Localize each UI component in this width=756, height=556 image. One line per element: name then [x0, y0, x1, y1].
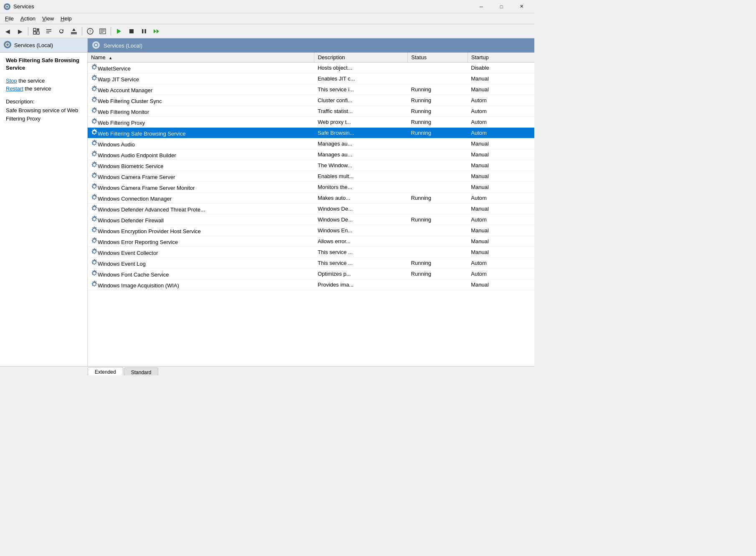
- services-list: Name ▲ Description Status Startup Wallet…: [88, 53, 534, 290]
- service-startup-cell: Manual: [468, 225, 534, 236]
- table-row[interactable]: Web Filtering Cluster SyncCluster confi.…: [88, 95, 534, 106]
- left-panel-icon: [3, 40, 12, 50]
- service-name-cell: Web Filtering Monitor: [88, 106, 314, 117]
- table-row[interactable]: Windows Event LogThis service ...Running…: [88, 258, 534, 269]
- col-header-name[interactable]: Name ▲: [88, 53, 314, 63]
- maximize-button[interactable]: □: [492, 0, 511, 13]
- table-row[interactable]: Warp JIT ServiceEnables JIT c...Manual: [88, 73, 534, 84]
- service-description-cell: This service ...: [314, 247, 408, 258]
- svg-rect-21: [142, 29, 144, 33]
- restart-link[interactable]: Restart: [6, 86, 23, 92]
- service-description-cell: Optimizes p...: [314, 269, 408, 279]
- svg-text:?: ?: [89, 29, 91, 34]
- table-row[interactable]: Windows Error Reporting ServiceAllows er…: [88, 236, 534, 247]
- console-view-button[interactable]: [97, 26, 109, 37]
- table-row[interactable]: Windows AudioManages au...Manual: [88, 138, 534, 149]
- service-description-cell: Enables mult...: [314, 171, 408, 182]
- service-name: Windows Connection Manager: [98, 196, 172, 202]
- table-row[interactable]: Windows Defender Advanced Threat Prote..…: [88, 204, 534, 214]
- table-row[interactable]: Windows Image Acquisition (WIA)Provides …: [88, 279, 534, 290]
- service-description-cell: Windows De...: [314, 214, 408, 225]
- table-row[interactable]: Windows Font Cache ServiceOptimizes p...…: [88, 269, 534, 279]
- start-service-button[interactable]: [113, 26, 125, 37]
- menu-view[interactable]: View: [39, 14, 57, 23]
- service-description-cell: Provides ima...: [314, 279, 408, 290]
- menu-action[interactable]: Action: [17, 14, 39, 23]
- service-name: Windows Camera Frame Server: [98, 174, 175, 180]
- table-row[interactable]: Windows Camera Frame ServerEnables mult.…: [88, 171, 534, 182]
- show-scope-button[interactable]: [30, 26, 42, 37]
- tabs-bar: Extended Standard: [0, 366, 534, 375]
- table-row[interactable]: Web Account ManagerThis service i...Runn…: [88, 84, 534, 95]
- properties-button[interactable]: [43, 26, 55, 37]
- col-header-startup[interactable]: Startup: [468, 53, 534, 63]
- service-status-cell: [408, 204, 468, 214]
- refresh-button[interactable]: [56, 26, 67, 37]
- table-row[interactable]: Web Filtering MonitorTraffic statist...R…: [88, 106, 534, 117]
- svg-point-2: [6, 5, 8, 8]
- service-startup-cell: Manual: [468, 279, 534, 290]
- service-startup-cell: Autom: [468, 95, 534, 106]
- service-startup-cell: Manual: [468, 204, 534, 214]
- table-row[interactable]: Windows Biometric ServiceThe Window...Ma…: [88, 160, 534, 171]
- service-status-cell: Running: [408, 95, 468, 106]
- window-title: Services: [13, 3, 472, 10]
- col-header-description[interactable]: Description: [314, 53, 408, 63]
- toolbar-sep-3: [111, 27, 111, 35]
- forward-button[interactable]: ▶: [14, 26, 26, 37]
- service-description-cell: Enables JIT c...: [314, 73, 408, 84]
- table-row[interactable]: Web Filtering ProxyWeb proxy t...Running…: [88, 117, 534, 128]
- export-button[interactable]: [68, 26, 80, 37]
- service-startup-cell: Autom: [468, 117, 534, 128]
- service-startup-cell: Manual: [468, 171, 534, 182]
- service-status-cell: [408, 63, 468, 73]
- tab-standard[interactable]: Standard: [124, 367, 159, 375]
- service-name: Windows Event Collector: [98, 250, 158, 256]
- service-name-cell: Windows Camera Frame Server Monitor: [88, 182, 314, 193]
- sort-arrow-name: ▲: [109, 56, 112, 60]
- table-row[interactable]: Windows Audio Endpoint BuilderManages au…: [88, 149, 534, 160]
- menu-file[interactable]: File: [2, 14, 17, 23]
- stop-service-button[interactable]: [126, 26, 137, 37]
- table-row[interactable]: Windows Connection ManagerMakes auto...R…: [88, 193, 534, 204]
- menu-help[interactable]: Help: [57, 14, 75, 23]
- table-row[interactable]: Windows Event CollectorThis service ...M…: [88, 247, 534, 258]
- service-status-cell: Running: [408, 258, 468, 269]
- service-description-cell: This service ...: [314, 258, 408, 269]
- resume-service-button[interactable]: [151, 26, 162, 37]
- window-controls: ─ □ ✕: [472, 0, 531, 13]
- table-row[interactable]: Windows Defender FirewallWindows De...Ru…: [88, 214, 534, 225]
- service-name-cell: Warp JIT Service: [88, 73, 314, 84]
- back-button[interactable]: ◀: [2, 26, 13, 37]
- left-panel: Services (Local) Web Filtering Safe Brow…: [0, 38, 88, 366]
- help-button[interactable]: ?: [84, 26, 96, 37]
- minimize-button[interactable]: ─: [472, 0, 491, 13]
- right-panel-icon: [92, 41, 100, 50]
- service-status-cell: [408, 236, 468, 247]
- col-header-status[interactable]: Status: [408, 53, 468, 63]
- table-row[interactable]: Windows Encryption Provider Host Service…: [88, 225, 534, 236]
- table-header-row: Name ▲ Description Status Startup: [88, 53, 534, 63]
- table-row[interactable]: Windows Camera Frame Server MonitorMonit…: [88, 182, 534, 193]
- close-button[interactable]: ✕: [512, 0, 531, 13]
- service-description-cell: Cluster confi...: [314, 95, 408, 106]
- svg-marker-23: [154, 29, 156, 33]
- service-status-cell: [408, 182, 468, 193]
- service-name-cell: Web Filtering Cluster Sync: [88, 95, 314, 106]
- table-row[interactable]: Web Filtering Safe Browsing ServiceSafe …: [88, 128, 534, 138]
- svg-rect-3: [33, 28, 36, 31]
- service-name-cell: Windows Image Acquisition (WIA): [88, 279, 314, 290]
- tab-extended[interactable]: Extended: [88, 367, 123, 375]
- service-name-cell: Windows Event Log: [88, 258, 314, 269]
- service-startup-cell: Manual: [468, 182, 534, 193]
- stop-link[interactable]: Stop: [6, 78, 17, 84]
- pause-service-button[interactable]: [138, 26, 150, 37]
- service-status-cell: [408, 160, 468, 171]
- table-row[interactable]: WalletServiceHosts object...Disable: [88, 63, 534, 73]
- service-status-cell: Running: [408, 128, 468, 138]
- service-startup-cell: Manual: [468, 160, 534, 171]
- service-status-cell: [408, 225, 468, 236]
- service-name-cell: Windows Connection Manager: [88, 193, 314, 204]
- services-table[interactable]: Name ▲ Description Status Startup Wallet…: [88, 53, 534, 366]
- service-startup-cell: Manual: [468, 149, 534, 160]
